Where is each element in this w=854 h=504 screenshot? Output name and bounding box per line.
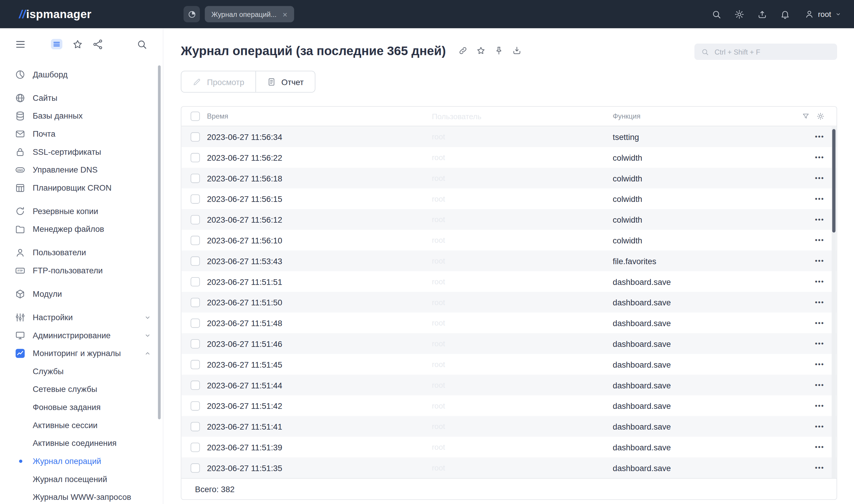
user-menu[interactable]: root bbox=[804, 9, 841, 19]
row-checkbox[interactable] bbox=[191, 256, 200, 265]
sidebar-subitem-active-connections[interactable]: Активные соединения bbox=[0, 434, 163, 452]
table-settings-icon[interactable] bbox=[816, 112, 825, 120]
sidebar-search-icon[interactable] bbox=[136, 38, 148, 50]
integrations-icon[interactable] bbox=[92, 38, 104, 50]
sidebar-item-databases[interactable]: Базы данных bbox=[0, 107, 163, 125]
column-header-user[interactable]: Пользователь bbox=[432, 112, 601, 120]
tab-operations-log[interactable]: Журнал операций... × bbox=[205, 6, 294, 22]
sidebar-subitem-visits-log[interactable]: Журнал посещений bbox=[0, 470, 163, 488]
row-menu-button[interactable]: ••• bbox=[811, 422, 829, 430]
sidebar-item-administration[interactable]: Администрирование bbox=[0, 326, 163, 344]
sidebar-subitem-background-tasks[interactable]: Фоновые задания bbox=[0, 398, 163, 416]
table-row[interactable]: 2023-06-27 11:51:39rootdashboard.save••• bbox=[181, 437, 837, 457]
row-checkbox[interactable] bbox=[191, 463, 200, 472]
row-menu-button[interactable]: ••• bbox=[811, 278, 829, 286]
sidebar-subitem-services[interactable]: Службы bbox=[0, 362, 163, 380]
row-checkbox[interactable] bbox=[191, 319, 200, 328]
sidebar-item-sites[interactable]: Сайты bbox=[0, 89, 163, 107]
row-menu-button[interactable]: ••• bbox=[811, 236, 829, 244]
row-checkbox[interactable] bbox=[191, 401, 200, 410]
row-menu-button[interactable]: ••• bbox=[811, 464, 829, 472]
search-icon[interactable] bbox=[711, 9, 722, 19]
sidebar-item-mail[interactable]: Почта bbox=[0, 125, 163, 143]
column-header-function[interactable]: Функция bbox=[612, 112, 801, 120]
sidebar-item-dashboard[interactable]: Дашборд bbox=[0, 65, 163, 83]
row-menu-button[interactable]: ••• bbox=[811, 299, 829, 306]
row-menu-button[interactable]: ••• bbox=[811, 340, 829, 347]
export-icon[interactable] bbox=[512, 46, 521, 55]
row-menu-button[interactable]: ••• bbox=[811, 154, 829, 161]
column-header-time[interactable]: Время bbox=[207, 112, 418, 120]
sidebar-item-modules[interactable]: Модули bbox=[0, 285, 163, 303]
table-row[interactable]: 2023-06-27 11:56:22rootcolwidth••• bbox=[181, 147, 837, 168]
hamburger-icon[interactable] bbox=[15, 38, 26, 50]
sidebar-item-cron-scheduler[interactable]: Планировщик CRON bbox=[0, 179, 163, 197]
row-menu-button[interactable]: ••• bbox=[811, 402, 829, 410]
table-row[interactable]: 2023-06-27 11:51:45rootdashboard.save••• bbox=[181, 354, 837, 375]
row-checkbox[interactable] bbox=[191, 194, 200, 203]
nav-list-icon[interactable] bbox=[50, 38, 63, 51]
report-button[interactable]: Отчет bbox=[255, 71, 315, 92]
table-row[interactable]: 2023-06-27 11:51:44rootdashboard.save••• bbox=[181, 375, 837, 396]
row-menu-button[interactable]: ••• bbox=[811, 360, 829, 368]
row-checkbox[interactable] bbox=[191, 174, 200, 183]
table-scrollbar[interactable] bbox=[832, 127, 836, 478]
table-row[interactable]: 2023-06-27 11:56:18rootcolwidth••• bbox=[181, 168, 837, 188]
table-row[interactable]: 2023-06-27 11:51:35rootdashboard.save••• bbox=[181, 457, 837, 478]
table-row[interactable]: 2023-06-27 11:51:50rootdashboard.save••• bbox=[181, 292, 837, 312]
table-row[interactable]: 2023-06-27 11:51:42rootdashboard.save••• bbox=[181, 395, 837, 416]
row-menu-button[interactable]: ••• bbox=[811, 174, 829, 182]
sidebar-item-ftp-users[interactable]: FTPFTP-пользователи bbox=[0, 262, 163, 280]
pin-icon[interactable] bbox=[494, 46, 503, 55]
sidebar-subitem-operations-log[interactable]: Журнал операций bbox=[0, 452, 163, 470]
table-row[interactable]: 2023-06-27 11:56:10rootcolwidth••• bbox=[181, 230, 837, 251]
row-checkbox[interactable] bbox=[191, 132, 200, 141]
view-button[interactable]: Просмотр bbox=[181, 71, 255, 92]
search-input[interactable] bbox=[713, 47, 831, 56]
sidebar-item-monitoring[interactable]: Мониторинг и журналы bbox=[0, 344, 163, 362]
favorites-icon[interactable] bbox=[72, 38, 83, 50]
table-scrollbar-thumb[interactable] bbox=[832, 129, 836, 232]
row-checkbox[interactable] bbox=[191, 380, 200, 390]
sidebar-item-dns-management[interactable]: DNSУправление DNS bbox=[0, 161, 163, 179]
sidebar-item-file-manager[interactable]: Менеджер файлов bbox=[0, 220, 163, 238]
row-checkbox[interactable] bbox=[191, 277, 200, 286]
settings-icon[interactable] bbox=[734, 9, 745, 19]
close-icon[interactable]: × bbox=[283, 10, 287, 18]
table-row[interactable]: 2023-06-27 11:56:15rootcolwidth••• bbox=[181, 188, 837, 209]
row-menu-button[interactable]: ••• bbox=[811, 195, 829, 203]
copy-link-icon[interactable] bbox=[458, 46, 468, 55]
row-checkbox[interactable] bbox=[191, 153, 200, 162]
table-row[interactable]: 2023-06-27 11:51:41rootdashboard.save••• bbox=[181, 416, 837, 437]
table-row[interactable]: 2023-06-27 11:51:51rootdashboard.save••• bbox=[181, 271, 837, 292]
sidebar-item-backups[interactable]: Резервные копии bbox=[0, 202, 163, 220]
row-menu-button[interactable]: ••• bbox=[811, 257, 829, 265]
sidebar-item-ssl-certificates[interactable]: SSL-сертификаты bbox=[0, 143, 163, 161]
row-menu-button[interactable]: ••• bbox=[811, 443, 829, 451]
row-checkbox[interactable] bbox=[191, 422, 200, 431]
upload-icon[interactable] bbox=[757, 9, 767, 19]
row-menu-button[interactable]: ••• bbox=[811, 381, 829, 389]
table-row[interactable]: 2023-06-27 11:53:43rootfile.favorites••• bbox=[181, 251, 837, 271]
sidebar-subitem-www-logs[interactable]: Журналы WWW-запросов bbox=[0, 488, 163, 504]
row-menu-button[interactable]: ••• bbox=[811, 319, 829, 327]
row-menu-button[interactable]: ••• bbox=[811, 133, 829, 141]
table-row[interactable]: 2023-06-27 11:56:34roottsetting••• bbox=[181, 126, 837, 147]
row-checkbox[interactable] bbox=[191, 235, 200, 245]
dashboard-tab-button[interactable] bbox=[183, 6, 200, 22]
global-search[interactable] bbox=[694, 43, 837, 60]
row-checkbox[interactable] bbox=[191, 215, 200, 224]
logo[interactable]: // ispmanager bbox=[0, 8, 163, 21]
row-checkbox[interactable] bbox=[191, 442, 200, 451]
favorite-icon[interactable] bbox=[476, 46, 485, 55]
sidebar-subitem-active-sessions[interactable]: Активные сессии bbox=[0, 416, 163, 434]
table-row[interactable]: 2023-06-27 11:51:46rootdashboard.save••• bbox=[181, 333, 837, 354]
row-checkbox[interactable] bbox=[191, 339, 200, 348]
sidebar-item-users[interactable]: Пользователи bbox=[0, 244, 163, 262]
table-row[interactable]: 2023-06-27 11:56:12rootcolwidth••• bbox=[181, 209, 837, 230]
sidebar-item-settings[interactable]: Настройки bbox=[0, 308, 163, 326]
sidebar-subitem-network-services[interactable]: Сетевые службы bbox=[0, 380, 163, 398]
row-checkbox[interactable] bbox=[191, 360, 200, 369]
filter-icon[interactable] bbox=[802, 112, 810, 120]
table-row[interactable]: 2023-06-27 11:51:48rootdashboard.save••• bbox=[181, 312, 837, 333]
